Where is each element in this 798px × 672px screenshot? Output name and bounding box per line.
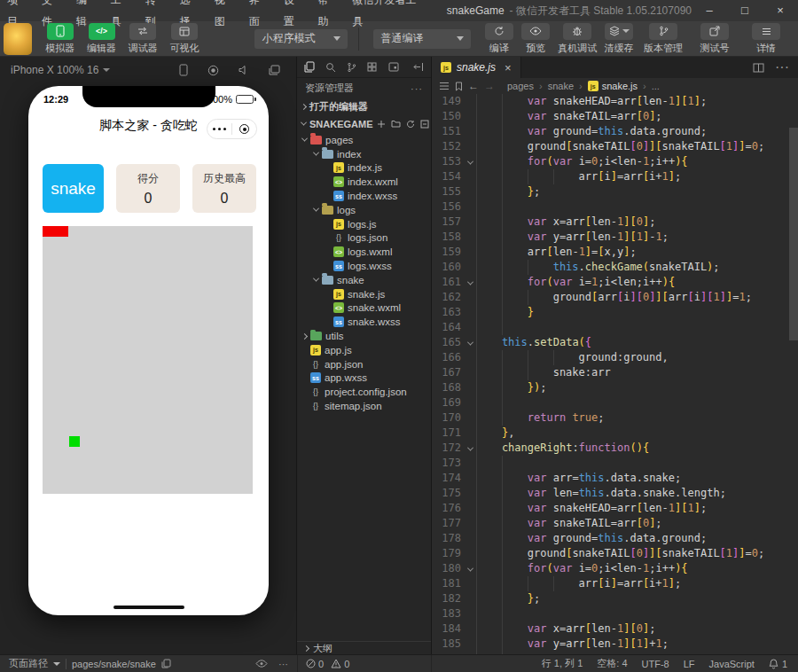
eye-icon[interactable]	[255, 660, 268, 668]
folder-icon	[310, 332, 322, 340]
tree-item-app-js[interactable]: jsapp.js	[297, 343, 431, 357]
visual-toggle-button[interactable]: 可视化	[164, 23, 206, 55]
user-avatar[interactable]	[4, 23, 32, 55]
tree-item-app-wxss[interactable]: ssapp.wxss	[297, 371, 431, 386]
record-icon[interactable]	[207, 65, 219, 76]
tab-snake-js[interactable]: js snake.js ×	[432, 57, 521, 78]
line-number: 150	[432, 109, 464, 124]
close-tab-icon[interactable]: ×	[505, 61, 512, 74]
minimize-button[interactable]: –	[692, 0, 727, 21]
breadcrumb-item[interactable]: ...	[652, 81, 660, 91]
fold-chevron-icon[interactable]	[464, 275, 476, 290]
open-editors-section[interactable]: 打开的编辑器	[297, 98, 431, 115]
window-view-icon[interactable]	[388, 62, 399, 72]
menu-item[interactable]: 设置	[277, 0, 311, 32]
breadcrumb-item[interactable]: pages	[507, 81, 534, 91]
collapse-sidebar-icon[interactable]	[413, 62, 424, 72]
clear-cache-button[interactable]: 清缓存	[601, 23, 637, 55]
extensions-icon[interactable]	[367, 62, 378, 73]
tree-item-logs-wxml[interactable]: <>logs.wxml	[297, 245, 431, 259]
search-icon[interactable]	[325, 62, 336, 73]
split-editor-icon[interactable]	[753, 63, 764, 73]
source-control-icon[interactable]	[347, 62, 356, 73]
new-file-icon[interactable]	[377, 120, 386, 129]
simulator-toggle-button[interactable]: 模拟器	[39, 23, 81, 55]
detach-window-icon[interactable]	[269, 65, 280, 75]
device-debug-button[interactable]: 真机调试	[555, 23, 599, 55]
breadcrumb-item[interactable]: snake	[548, 81, 574, 91]
forward-arrow-icon[interactable]: →	[484, 80, 495, 92]
tree-item-snake-wxss[interactable]: sssnake.wxss	[297, 315, 431, 329]
back-arrow-icon[interactable]: ←	[468, 80, 479, 92]
editor-more-icon[interactable]: ···	[775, 59, 789, 75]
statusbar-more-icon[interactable]: ···	[278, 659, 288, 669]
close-button[interactable]: ×	[763, 0, 798, 21]
indent-setting[interactable]: 空格: 4	[597, 657, 627, 670]
warning-count[interactable]: 0	[331, 659, 349, 669]
fold-chevron-icon[interactable]	[464, 154, 476, 169]
eol-setting[interactable]: LF	[684, 659, 695, 669]
food-cell	[69, 436, 80, 447]
fold-gutter	[464, 501, 476, 516]
fold-chevron-icon[interactable]	[464, 441, 476, 456]
breadcrumb-item[interactable]: jssnake.js	[588, 81, 638, 91]
explorer-more-icon[interactable]: ···	[411, 83, 423, 94]
code-line: 184var x=arr[len-1][0];	[432, 621, 798, 637]
fold-chevron-icon[interactable]	[464, 335, 476, 350]
language-mode[interactable]: JavaScript	[709, 659, 755, 669]
maximize-button[interactable]: □	[727, 0, 763, 21]
tree-item-index[interactable]: index	[297, 147, 431, 161]
sound-icon[interactable]	[239, 65, 249, 75]
test-account-button[interactable]: 测试号	[690, 23, 739, 55]
page-path-label[interactable]: 页面路径	[9, 657, 48, 670]
more-button[interactable]	[207, 128, 231, 131]
tree-item-logs-wxss[interactable]: sslogs.wxss	[297, 259, 431, 273]
new-folder-icon[interactable]	[391, 120, 401, 128]
error-count[interactable]: 0	[306, 659, 324, 669]
tree-item-app-json[interactable]: {}app.json	[297, 357, 431, 371]
bookmark-icon[interactable]	[455, 82, 463, 91]
tree-item-pages[interactable]: pages	[297, 133, 431, 147]
game-board[interactable]	[43, 226, 253, 494]
compile-mode-select[interactable]: 普通编译	[373, 29, 471, 49]
tree-item-index-js[interactable]: jsindex.js	[297, 161, 431, 176]
snake-start-button[interactable]: snake	[43, 164, 104, 213]
menu-item[interactable]: 界面	[242, 0, 277, 32]
refresh-icon[interactable]	[406, 120, 415, 129]
tree-item-snake[interactable]: snake	[297, 273, 431, 287]
files-view-icon[interactable]	[304, 61, 315, 73]
outline-section[interactable]: 大纲	[297, 641, 431, 654]
fold-chevron-icon[interactable]	[464, 561, 476, 576]
compile-button[interactable]: 编译	[481, 23, 517, 55]
tree-item-sitemap-json[interactable]: {}sitemap.json	[297, 399, 431, 413]
editor-toggle-button[interactable]: </> 编辑器	[81, 23, 122, 55]
tree-item-logs-json[interactable]: {}logs.json	[297, 231, 431, 246]
notifications-bell[interactable]: 1	[769, 659, 787, 669]
encoding[interactable]: UTF-8	[642, 659, 669, 669]
menu-item[interactable]: 帮助	[311, 0, 346, 32]
tree-item-snake-wxml[interactable]: <>snake.wxml	[297, 301, 431, 316]
tree-item-utils[interactable]: utils	[297, 329, 431, 343]
cursor-position[interactable]: 行 1, 列 1	[542, 657, 583, 670]
tree-item-logs-js[interactable]: jslogs.js	[297, 217, 431, 231]
editor-scrollbar[interactable]	[789, 94, 798, 654]
menu-item[interactable]: 视图	[207, 0, 242, 32]
device-select[interactable]: iPhone X 100% 16	[11, 64, 110, 76]
code-editor[interactable]: 149var snakeHEAD=arr[len-1][1];150var sn…	[432, 94, 798, 654]
tree-item-project-config-json[interactable]: {}project.config.json	[297, 385, 431, 399]
rotate-device-icon[interactable]	[179, 64, 188, 76]
tree-item-logs[interactable]: logs	[297, 203, 431, 217]
collapse-all-icon[interactable]	[420, 120, 429, 129]
outline-list-icon[interactable]	[439, 82, 450, 90]
mode-select[interactable]: 小程序模式	[254, 29, 348, 49]
version-manage-button[interactable]: 版本管理	[638, 23, 688, 55]
exit-button[interactable]	[232, 124, 256, 134]
tree-item-index-wxml[interactable]: <>index.wxml	[297, 175, 431, 189]
tree-item-index-wxss[interactable]: ssindex.wxss	[297, 189, 431, 203]
debugger-toggle-button[interactable]: 调试器	[122, 23, 164, 55]
copy-icon[interactable]	[161, 659, 171, 668]
tree-item-snake-js[interactable]: jssnake.js	[297, 287, 431, 301]
preview-button[interactable]: 预览	[518, 23, 553, 55]
project-root-section[interactable]: SNAKEGAME	[297, 115, 431, 132]
details-button[interactable]: 详情	[741, 23, 791, 55]
